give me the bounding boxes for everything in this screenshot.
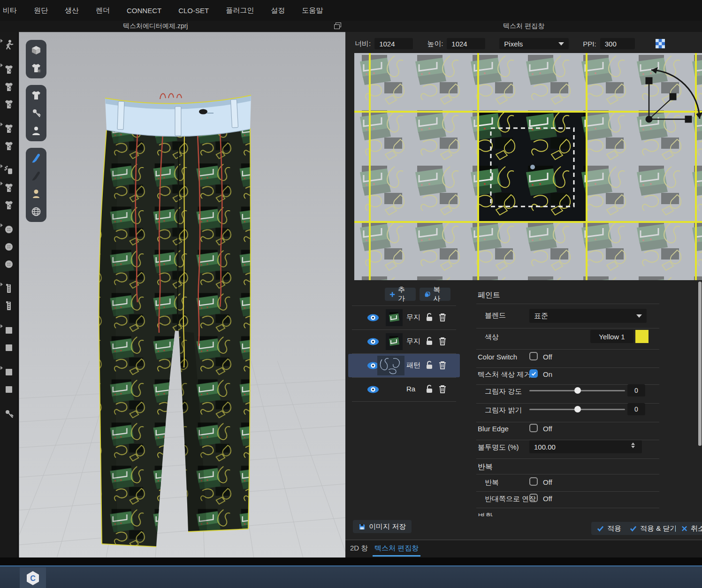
pattern-transform-icon[interactable] (2, 139, 15, 153)
menu-fabric[interactable]: 원단 (34, 6, 48, 15)
garment-move-icon[interactable] (2, 63, 15, 76)
trash-icon[interactable] (438, 336, 447, 346)
avatar-skin-icon[interactable] (29, 187, 43, 201)
copy-icon (424, 291, 430, 298)
clo-taskbar-button[interactable]: C (20, 567, 46, 588)
layer-row-2[interactable]: 무지 (348, 330, 460, 353)
save-image-button[interactable]: 이미지 저장 (353, 520, 412, 533)
garment-scale-icon[interactable] (2, 98, 15, 111)
layer-row-3-selected[interactable]: 패턴 (348, 354, 460, 377)
fabric-swatch-alt-icon[interactable] (2, 341, 15, 354)
tab-2d-window[interactable]: 2D 창 (350, 544, 368, 553)
chevron-down-icon (636, 314, 642, 318)
color-swatch[interactable] (635, 330, 649, 343)
tab-texture-editor[interactable]: 텍스처 편집창 (374, 544, 419, 553)
lock-icon[interactable] (425, 384, 434, 394)
color-switch-checkbox[interactable] (529, 352, 538, 360)
width-label: 너비: (355, 39, 371, 48)
os-taskbar: C (0, 565, 702, 588)
garment-settings-icon[interactable] (29, 61, 43, 75)
fabric-square-alt-icon[interactable] (2, 383, 15, 396)
texture-spray-icon[interactable] (2, 164, 15, 177)
pants-garment[interactable] (99, 93, 251, 547)
fabric-square-icon[interactable] (2, 366, 15, 379)
unit-value: Pixels (504, 40, 523, 48)
eye-icon[interactable] (367, 338, 379, 345)
extend-opposite-checkbox[interactable] (529, 494, 538, 502)
button-alt-icon[interactable] (2, 240, 15, 253)
texture-canvas[interactable] (354, 53, 702, 280)
float-window-icon[interactable] (334, 23, 342, 29)
apply-and-close-button[interactable]: 적용 & 닫기 (624, 522, 682, 535)
layer-row-1[interactable]: 무지 (348, 306, 460, 329)
texture-paint-icon-active[interactable] (29, 151, 43, 165)
world-globe-icon[interactable] (29, 205, 43, 219)
color-name-box[interactable]: Yellow 1 (590, 330, 633, 343)
bottom-tab-bar: 2D 창 텍스처 편집창 (345, 540, 702, 557)
garment-rotate-icon[interactable] (2, 80, 15, 93)
buttonhole-icon[interactable] (2, 258, 15, 271)
shadow-brightness-value[interactable]: 0 (627, 403, 645, 415)
seam-taping-icon[interactable] (2, 407, 15, 420)
show-avatar-icon[interactable] (29, 124, 43, 138)
trash-icon[interactable] (438, 360, 447, 370)
menu-production[interactable]: 생산 (65, 6, 79, 15)
lock-icon[interactable] (425, 360, 434, 370)
menu-render[interactable]: 렌더 (96, 6, 110, 15)
lock-icon[interactable] (425, 336, 434, 346)
texture-garment-icon[interactable] (2, 181, 15, 194)
width-input[interactable]: 1024 (374, 38, 413, 49)
paint-panel: 페인트 블렌드 표준 색상 Yellow 1 Color Switch Off … (462, 280, 702, 516)
menu-settings[interactable]: 설정 (271, 6, 285, 15)
zipper-alt-icon[interactable] (2, 299, 15, 313)
zipper-icon[interactable] (2, 282, 15, 295)
layer-name: 무지 (406, 337, 421, 346)
menu-plugin[interactable]: 플러그인 (226, 6, 254, 15)
menu-connect[interactable]: CONNECT (127, 7, 161, 15)
opacity-input[interactable]: 100.00 (529, 440, 642, 453)
view-3d-cube-icon[interactable] (29, 43, 43, 57)
texture-paint-dark-icon[interactable] (29, 169, 43, 183)
lock-icon[interactable] (425, 313, 434, 322)
copy-layer-label: 복사 (433, 285, 446, 303)
opacity-spinner[interactable] (631, 443, 635, 448)
clo-logo-icon: C (26, 571, 40, 586)
menu-help[interactable]: 도움말 (302, 6, 323, 15)
ppi-input[interactable]: 300 (600, 38, 635, 49)
layer-row-4[interactable]: Ra (348, 378, 460, 401)
remove-texture-color-checkbox[interactable] (529, 369, 538, 378)
menu-avatar[interactable]: 비타 (3, 6, 17, 15)
transparency-checker-icon[interactable] (656, 39, 665, 48)
show-garment-icon[interactable] (29, 88, 43, 102)
height-input[interactable]: 1024 (447, 38, 485, 49)
texture-garment-alt-icon[interactable] (2, 199, 15, 212)
blend-select[interactable]: 표준 (529, 309, 647, 323)
plus-icon (389, 291, 395, 298)
texture-editor-panel: 너비: 1024 높이: 1024 Pixels PPI: 300 (345, 32, 702, 557)
viewport-toolgroup-texture (26, 148, 46, 222)
eye-icon[interactable] (367, 386, 379, 393)
repeat-checkbox[interactable] (529, 477, 538, 486)
button-tool-icon[interactable] (2, 223, 15, 236)
shadow-intensity-slider[interactable] (529, 386, 625, 395)
show-pins-icon[interactable] (29, 106, 43, 120)
eye-icon[interactable] (367, 314, 379, 321)
apply-button[interactable]: 적용 (591, 522, 627, 535)
blur-edge-checkbox[interactable] (529, 424, 538, 432)
menu-clo-set[interactable]: CLO-SET (178, 7, 209, 15)
fabric-swatch-icon[interactable] (2, 324, 15, 337)
cancel-button[interactable]: 취소 (676, 522, 702, 535)
texture-canvas-scene (354, 53, 702, 280)
trash-icon[interactable] (438, 384, 447, 394)
paint-panel-scrollbar[interactable] (698, 282, 702, 446)
trash-icon[interactable] (438, 313, 447, 322)
selection-center-handle[interactable] (530, 165, 535, 169)
add-layer-button[interactable]: 추가 (385, 288, 416, 301)
viewport-3d[interactable] (19, 32, 346, 558)
copy-layer-button[interactable]: 복사 (420, 288, 450, 301)
pattern-edit-icon[interactable] (2, 122, 15, 135)
avatar-pose-icon[interactable] (2, 38, 15, 52)
shadow-intensity-value[interactable]: 0 (627, 384, 645, 397)
shadow-brightness-slider[interactable] (529, 405, 625, 413)
unit-select[interactable]: Pixels (499, 38, 569, 49)
